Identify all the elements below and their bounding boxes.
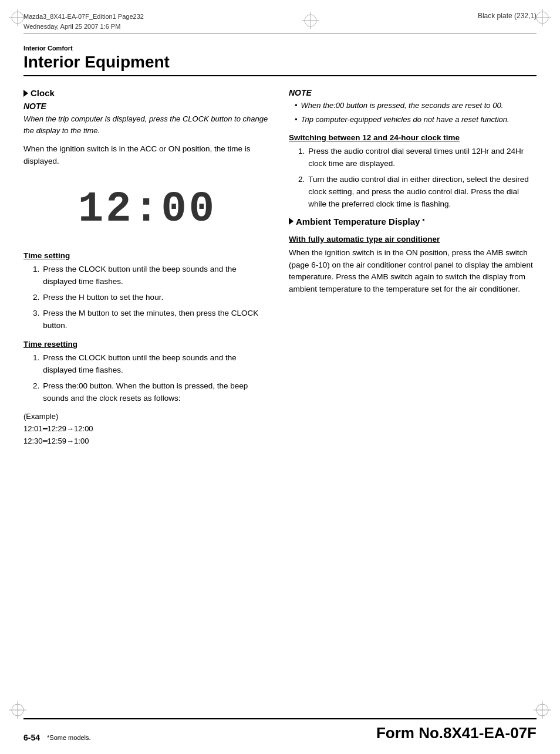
left-column: Clock NOTE When the trip computer is dis… (23, 88, 271, 448)
clock-heading: Clock (23, 88, 271, 98)
ambient-heading-text: Ambient Temperature Display (296, 217, 420, 226)
time-setting-step-1: Press the CLOCK button until the beep so… (43, 263, 271, 288)
crosshair-tl (9, 9, 26, 26)
switching-list: 1.Press the audio control dial several t… (298, 146, 537, 211)
time-setting-list: 1.Press the CLOCK button until the beep … (33, 263, 271, 332)
example-label: (Example) (23, 411, 271, 423)
list-item: •When the:00 button is pressed, the seco… (295, 100, 537, 111)
list-item: •Trip computer-equipped vehicles do not … (295, 114, 537, 126)
time-resetting-list: 1.Press the CLOCK button until the beep … (33, 352, 271, 405)
list-item: 1.Press the audio control dial several t… (298, 146, 537, 170)
switching-heading: Switching between 12 and 24-hour clock t… (289, 133, 537, 142)
section-label: Interior Comfort (23, 45, 537, 52)
triangle-icon-ambient (289, 218, 294, 225)
switching-step-2: Turn the audio control dial in either di… (308, 174, 537, 211)
example-line1: 12:01━12:29→12:00 (23, 423, 271, 435)
section-divider (23, 75, 537, 76)
with-ac-heading: With fully automatic type air conditione… (289, 235, 537, 244)
clock-body-text: When the ignition switch is in the ACC o… (23, 143, 271, 168)
page-main: Interior Comfort Interior Equipment Cloc… (23, 45, 537, 518)
list-item: 2.Press the:00 button. When the button i… (33, 380, 271, 405)
header-filename: Mazda3_8X41-EA-07F_Edition1 Page232 (23, 12, 144, 22)
page-header: Mazda3_8X41-EA-07F_Edition1 Page232 Wedn… (23, 12, 537, 34)
list-item: 2.Turn the audio control dial in either … (298, 174, 537, 211)
crosshair-bl (9, 701, 26, 719)
switching-step-1: Press the audio control dial several tim… (308, 146, 537, 170)
two-column-layout: Clock NOTE When the trip computer is dis… (23, 88, 537, 448)
right-note-list: •When the:00 button is pressed, the seco… (295, 100, 537, 125)
crosshair-br (534, 701, 551, 719)
clock-note-label: NOTE (23, 102, 271, 111)
time-setting-heading: Time setting (23, 251, 271, 260)
header-left: Mazda3_8X41-EA-07F_Edition1 Page232 Wedn… (23, 12, 144, 31)
list-item: 1.Press the CLOCK button until the beep … (33, 352, 271, 377)
right-column: NOTE •When the:00 button is pressed, the… (289, 88, 537, 448)
footnote: *Some models. (47, 734, 91, 741)
clock-note-text: When the trip computer is displayed, pre… (23, 113, 271, 136)
clock-display-wrapper: 12:00 (23, 185, 271, 234)
form-number: Form No.8X41-EA-07F (376, 724, 537, 742)
header-center-crosshair (302, 12, 319, 29)
page-number: 6-54 (23, 733, 40, 742)
page-container: Mazda3_8X41-EA-07F_Edition1 Page232 Wedn… (0, 0, 560, 754)
right-note-label: NOTE (289, 88, 537, 97)
section-title: Interior Equipment (23, 53, 537, 72)
list-item: 1.Press the CLOCK button until the beep … (33, 263, 271, 288)
list-item: 2.Press the H button to set the hour. (33, 292, 271, 304)
time-resetting-heading: Time resetting (23, 340, 271, 349)
example-line2: 12:30━12:59→1:00 (23, 435, 271, 448)
clock-display: 12:00 (78, 185, 217, 234)
crosshair-tr (534, 9, 551, 26)
time-setting-step-2: Press the H button to set the hour. (43, 292, 163, 304)
ambient-temperature-heading: Ambient Temperature Display* (289, 217, 537, 226)
page-footer: 6-54 *Some models. Form No.8X41-EA-07F (23, 718, 537, 742)
list-item: 3.Press the M button to set the minutes,… (33, 307, 271, 332)
time-resetting-step-1: Press the CLOCK button until the beep so… (43, 352, 271, 377)
time-resetting-step-2: Press the:00 button. When the button is … (43, 380, 271, 405)
time-setting-step-3: Press the M button to set the minutes, t… (43, 307, 271, 332)
example-block: (Example) 12:01━12:29→12:00 12:30━12:59→… (23, 411, 271, 447)
ambient-asterisk: * (422, 218, 424, 225)
with-ac-text: When the ignition switch is in the ON po… (289, 247, 537, 296)
header-date: Wednesday, April 25 2007 1:6 PM (23, 22, 144, 32)
clock-heading-text: Clock (31, 88, 55, 98)
note-bullet-1: When the:00 button is pressed, the secon… (301, 100, 504, 111)
note-bullet-2: Trip computer-equipped vehicles do not h… (301, 114, 510, 126)
header-right: Black plate (232,1) (478, 12, 537, 20)
triangle-icon (23, 90, 28, 97)
